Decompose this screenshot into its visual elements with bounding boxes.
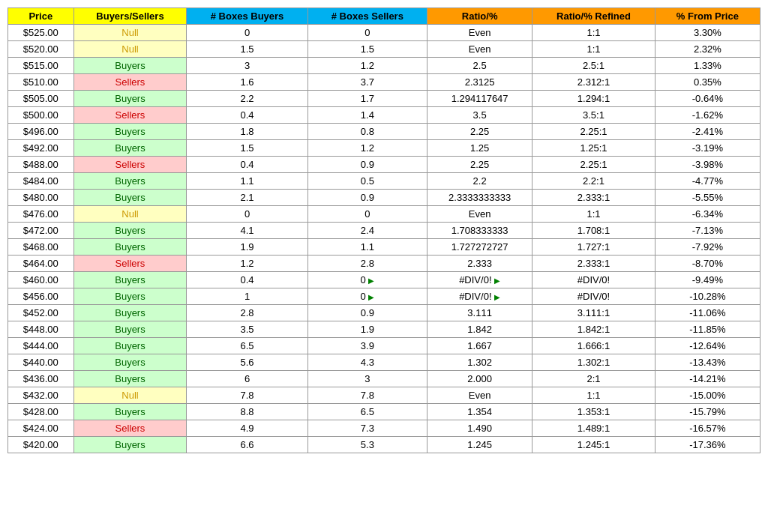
flag-icon: ▶ — [368, 276, 374, 285]
cell-ratio: 1.490 — [427, 420, 532, 437]
flag-icon: ▶ — [368, 293, 374, 301]
cell-buyers-sellers: Buyers — [74, 338, 187, 354]
cell-boxes-sellers: 3.7 — [308, 74, 427, 91]
table-row: $510.00Sellers1.63.72.31252.312:10.35% — [8, 74, 760, 91]
cell-boxes-buyers: 6.5 — [187, 338, 308, 354]
cell-ratio: 2.000 — [427, 371, 532, 387]
main-table: Price Buyers/Sellers # Boxes Buyers # Bo… — [8, 7, 760, 453]
cell-price: $436.00 — [8, 371, 74, 387]
cell-from-price: -14.21% — [655, 371, 760, 387]
table-row: $500.00Sellers0.41.43.53.5:1-1.62% — [8, 107, 760, 124]
cell-buyers-sellers: Buyers — [74, 288, 187, 305]
cell-boxes-sellers: 2.4 — [308, 223, 427, 239]
table-row: $420.00Buyers6.65.31.2451.245:1-17.36% — [8, 437, 760, 453]
cell-ratio-refined: 3.111:1 — [532, 305, 655, 321]
table-row: $480.00Buyers2.10.92.33333333332.333:1-5… — [8, 190, 760, 206]
table-row: $460.00Buyers0.40 ▶#DIV/0! ▶#DIV/0!-9.49… — [8, 272, 760, 288]
cell-buyers-sellers: Sellers — [74, 74, 187, 91]
col-header-boxes-buyers: # Boxes Buyers — [187, 8, 308, 25]
cell-boxes-buyers: 2.8 — [187, 305, 308, 321]
cell-buyers-sellers: Buyers — [74, 354, 187, 371]
col-header-price: Price — [8, 8, 74, 25]
cell-ratio: 3.5 — [427, 107, 532, 124]
cell-boxes-sellers: 5.3 — [308, 437, 427, 453]
cell-ratio: 1.25 — [427, 140, 532, 157]
table-row: $505.00Buyers2.21.71.2941176471.294:1-0.… — [8, 91, 760, 107]
cell-ratio: 2.3125 — [427, 74, 532, 91]
cell-price: $488.00 — [8, 157, 74, 173]
cell-from-price: -2.41% — [655, 124, 760, 140]
cell-price: $424.00 — [8, 420, 74, 437]
cell-ratio-refined: 1.842:1 — [532, 321, 655, 338]
cell-price: $472.00 — [8, 223, 74, 239]
cell-boxes-sellers: 1.1 — [308, 239, 427, 256]
cell-buyers-sellers: Buyers — [74, 124, 187, 140]
table-row: $492.00Buyers1.51.21.251.25:1-3.19% — [8, 140, 760, 157]
cell-price: $484.00 — [8, 173, 74, 190]
table-row: $488.00Sellers0.40.92.252.25:1-3.98% — [8, 157, 760, 173]
cell-ratio-refined: 2.312:1 — [532, 74, 655, 91]
cell-ratio: 1.294117647 — [427, 91, 532, 107]
cell-boxes-buyers: 1.6 — [187, 74, 308, 91]
cell-boxes-sellers: 1.4 — [308, 107, 427, 124]
cell-boxes-buyers: 1.2 — [187, 256, 308, 272]
cell-buyers-sellers: Buyers — [74, 305, 187, 321]
cell-ratio-refined: 2.2:1 — [532, 173, 655, 190]
table-row: $525.00Null00Even1:13.30% — [8, 25, 760, 41]
cell-price: $525.00 — [8, 25, 74, 41]
table-row: $468.00Buyers1.91.11.7272727271.727:1-7.… — [8, 239, 760, 256]
cell-buyers-sellers: Buyers — [74, 223, 187, 239]
cell-boxes-buyers: 4.1 — [187, 223, 308, 239]
cell-ratio-refined: 1:1 — [532, 41, 655, 58]
cell-boxes-buyers: 1 — [187, 288, 308, 305]
cell-price: $510.00 — [8, 74, 74, 91]
cell-boxes-sellers: 0.5 — [308, 173, 427, 190]
cell-ratio-refined: 1:1 — [532, 25, 655, 41]
cell-from-price: -15.79% — [655, 404, 760, 420]
cell-buyers-sellers: Sellers — [74, 420, 187, 437]
cell-from-price: -11.06% — [655, 305, 760, 321]
cell-buyers-sellers: Sellers — [74, 107, 187, 124]
flag-icon: ▶ — [494, 293, 500, 301]
cell-boxes-sellers: 0 — [308, 25, 427, 41]
cell-from-price: -3.19% — [655, 140, 760, 157]
cell-buyers-sellers: Buyers — [74, 272, 187, 288]
cell-ratio-refined: 1:1 — [532, 206, 655, 223]
cell-boxes-sellers: 3 — [308, 371, 427, 387]
cell-ratio-refined: #DIV/0! — [532, 288, 655, 305]
cell-ratio-refined: 1.294:1 — [532, 91, 655, 107]
cell-buyers-sellers: Buyers — [74, 437, 187, 453]
cell-boxes-sellers: 1.2 — [308, 140, 427, 157]
cell-boxes-buyers: 0.4 — [187, 272, 308, 288]
cell-from-price: -7.13% — [655, 223, 760, 239]
cell-from-price: -10.28% — [655, 288, 760, 305]
table-row: $464.00Sellers1.22.82.3332.333:1-8.70% — [8, 256, 760, 272]
col-header-ratio-refined: Ratio/% Refined — [532, 8, 655, 25]
cell-price: $480.00 — [8, 190, 74, 206]
cell-ratio-refined: 1.666:1 — [532, 338, 655, 354]
cell-from-price: -4.77% — [655, 173, 760, 190]
cell-price: $515.00 — [8, 58, 74, 74]
cell-boxes-sellers: 4.3 — [308, 354, 427, 371]
cell-boxes-sellers: 2.8 — [308, 256, 427, 272]
table-row: $424.00Sellers4.97.31.4901.489:1-16.57% — [8, 420, 760, 437]
cell-price: $432.00 — [8, 387, 74, 404]
table-row: $515.00Buyers31.22.52.5:11.33% — [8, 58, 760, 74]
table-row: $484.00Buyers1.10.52.22.2:1-4.77% — [8, 173, 760, 190]
flag-icon: ▶ — [494, 276, 500, 285]
cell-from-price: 3.30% — [655, 25, 760, 41]
cell-boxes-sellers: 3.9 — [308, 338, 427, 354]
cell-boxes-sellers: 1.9 — [308, 321, 427, 338]
cell-price: $492.00 — [8, 140, 74, 157]
cell-boxes-buyers: 1.8 — [187, 124, 308, 140]
cell-ratio: 2.5 — [427, 58, 532, 74]
cell-ratio: 1.727272727 — [427, 239, 532, 256]
cell-price: $452.00 — [8, 305, 74, 321]
cell-price: $505.00 — [8, 91, 74, 107]
cell-from-price: 2.32% — [655, 41, 760, 58]
cell-ratio-refined: 1.25:1 — [532, 140, 655, 157]
cell-price: $460.00 — [8, 272, 74, 288]
cell-ratio: #DIV/0! ▶ — [427, 288, 532, 305]
cell-boxes-sellers: 0.8 — [308, 124, 427, 140]
cell-buyers-sellers: Buyers — [74, 58, 187, 74]
